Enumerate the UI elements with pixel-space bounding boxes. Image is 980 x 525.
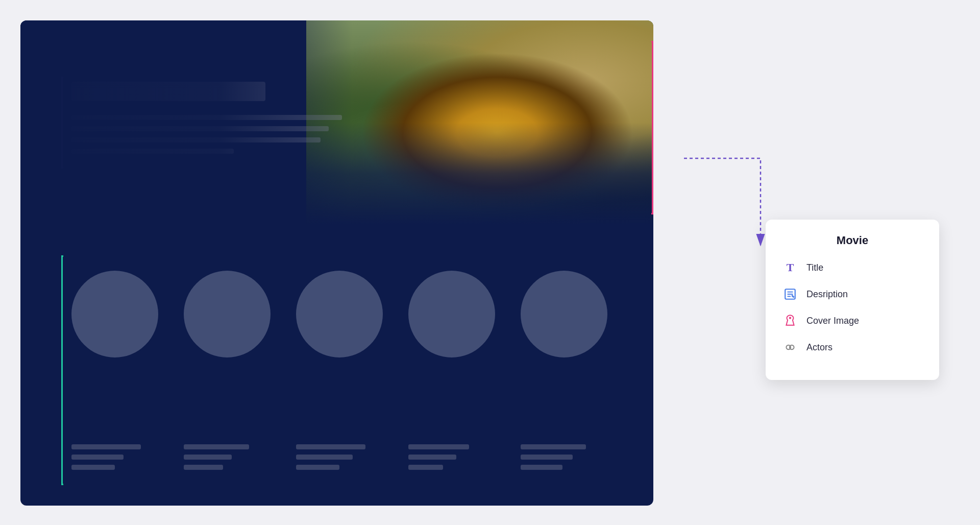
actor-info-5 xyxy=(521,444,607,475)
cover-label: Cover Image xyxy=(806,316,859,326)
actor-info-2 xyxy=(184,444,271,475)
svg-point-5 xyxy=(789,317,791,319)
panel-title: Movie xyxy=(782,234,923,247)
actor-info-1 xyxy=(71,444,158,475)
title-icon: T xyxy=(782,259,798,276)
actor-avatar-2 xyxy=(184,271,271,357)
actor-info-3 xyxy=(296,444,383,475)
actors-bracket xyxy=(61,255,63,485)
title-label: Title xyxy=(806,262,823,273)
panel-item-cover: Cover Image xyxy=(782,313,923,329)
actor-avatar-4 xyxy=(408,271,495,357)
actor-avatar-3 xyxy=(296,271,383,357)
actors-text-row xyxy=(71,444,633,475)
scene: Movie T Title Desription xyxy=(0,0,980,525)
actors-row xyxy=(71,271,633,357)
actor-avatar-5 xyxy=(521,271,607,357)
movie-card xyxy=(20,20,653,506)
panel-item-title: T Title xyxy=(782,259,923,276)
panel-item-description: Desription xyxy=(782,286,923,302)
actor-avatar-1 xyxy=(71,271,158,357)
dashed-arrow xyxy=(679,153,781,286)
cover-photo xyxy=(306,20,653,225)
hero-area xyxy=(20,20,653,225)
actors-label: Actors xyxy=(806,342,832,353)
actor-info-4 xyxy=(408,444,495,475)
info-panel: Movie T Title Desription xyxy=(766,220,939,380)
hero-overlay xyxy=(20,20,352,225)
panel-item-actors: Actors xyxy=(782,339,923,355)
description-label: Desription xyxy=(806,289,848,300)
description-icon xyxy=(782,286,798,302)
actors-icon xyxy=(782,339,798,355)
cover-bracket xyxy=(651,41,653,214)
cover-icon xyxy=(782,313,798,329)
